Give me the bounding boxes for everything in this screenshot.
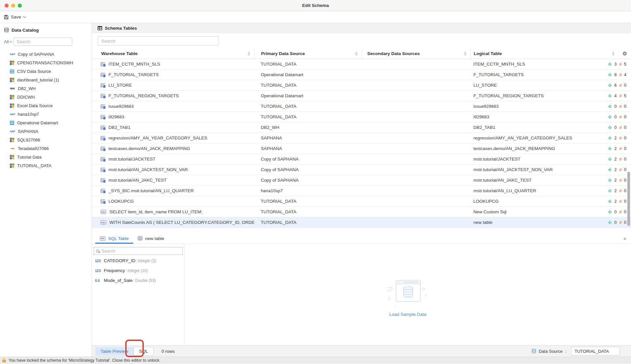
datasource-list-item[interactable]: TUTORIAL_DATA <box>0 161 92 170</box>
warehouse-table-name: WITH SaleCounts AS ( SELECT LU_CATEGORY.… <box>109 220 254 225</box>
logical-table-name: testcases.demo/AN_JACK_REMAPPING <box>473 146 555 151</box>
warehouse-table-name: _SYS_BIC.mstr.tutorial/AN_LU_QUARTER <box>108 188 194 193</box>
datasource-list-item[interactable]: Operational Datamart <box>0 118 92 127</box>
table-row[interactable]: _SYS_BIC.mstr.tutorial/AN_LU_QUARTER han… <box>92 186 631 196</box>
table-row[interactable]: LOOKUPCG TUTORIAL_DATA LOOKUPCG 2 # 0 <box>92 196 631 207</box>
fact-count: 0 <box>623 125 626 130</box>
fact-hash-icon: # <box>619 104 622 109</box>
columns-search-box[interactable] <box>94 247 183 255</box>
close-icon[interactable]: × <box>623 236 626 242</box>
attribute-count: 0 <box>614 209 616 214</box>
load-sample-data-link[interactable]: Load Sample Data <box>386 312 430 317</box>
table-row[interactable]: SQL WITH SaleCounts AS ( SELECT LU_CATEG… <box>92 217 631 228</box>
gear-icon[interactable]: ⚙ <box>618 50 631 57</box>
editor-tab[interactable]: SQL SQL Table <box>95 234 133 244</box>
catalog-filter-dropdown[interactable]: All <box>4 39 12 44</box>
column-list-item[interactable]: 0.0 Mode_of_Sale : Double (53) <box>92 278 184 288</box>
schema-tables-title: Schema Tables <box>105 26 137 31</box>
fact-hash-icon: # <box>619 93 622 98</box>
editor-tab[interactable]: new table <box>133 234 169 244</box>
catalog-search-input[interactable] <box>14 38 72 46</box>
datasource-list-item[interactable]: dashboard_tutorial (1) <box>0 76 92 84</box>
datasource-icon <box>10 69 14 74</box>
table-scrollbar-thumb[interactable] <box>627 172 630 226</box>
footer-tab[interactable]: SQL <box>134 347 154 356</box>
columns-search-input[interactable] <box>102 249 171 254</box>
column-header-primary-data-source[interactable]: Primary Data Source <box>254 48 362 59</box>
datasource-separator: : <box>565 349 566 354</box>
attribute-diamond-icon <box>608 83 612 87</box>
sort-icon <box>355 52 358 56</box>
datasource-icon <box>10 146 15 151</box>
table-row[interactable]: F_TUTORIAL_TARGETS Operational Datamart … <box>92 70 631 80</box>
datasource-icon: SAP <box>10 112 15 117</box>
logical-table-name: F_TUTORIAL_REGION_TARGETS <box>473 93 544 98</box>
logical-table-cell: i929683 0 # 0 <box>470 114 631 119</box>
datasource-list-item[interactable]: Tutorial Data <box>0 153 92 161</box>
datasource-value-dropdown[interactable]: TUTORIAL_DATA <box>571 347 620 355</box>
minimize-window-button[interactable] <box>11 4 15 8</box>
fact-hash-icon: # <box>619 199 622 204</box>
table-row[interactable]: LU_STORE TUTORIAL_DATA LU_STORE 6 # 0 <box>92 80 631 91</box>
fact-hash-icon: # <box>619 62 622 67</box>
save-button[interactable]: Save <box>11 15 21 19</box>
logical-table-name: F_TUTORIAL_TARGETS <box>473 72 524 77</box>
warehouse-table-cell: DB2_TAB1 <box>92 125 254 130</box>
table-row[interactable]: mstr.tutorial/AN_JAKC_TEST Copy of SAPHA… <box>92 175 631 186</box>
warehouse-table-name: F_TUTORIAL_REGION_TARGETS <box>108 93 179 98</box>
warehouse-table-name: testcases.demo/AN_JACK_REMAPPING <box>108 146 190 151</box>
attribute-diamond-icon <box>608 210 612 214</box>
attribute-diamond-icon <box>608 136 612 140</box>
data-catalog-panel: Data Catalog All SAP Copy of SAPHANA CPE… <box>0 23 92 357</box>
save-dropdown-chevron-icon[interactable] <box>23 15 26 18</box>
datasource-list-item[interactable]: CPENGTRANSACTIONSWH <box>0 58 92 67</box>
datasource-list-item[interactable]: SQL927066 <box>0 136 92 144</box>
table-row[interactable]: testcases.demo/AN_JACK_REMAPPING SAPHANA… <box>92 143 631 154</box>
table-row[interactable]: ITEM_CCTR_MNTH_SLS TUTORIAL_DATA ITEM_CC… <box>92 59 631 70</box>
table-row[interactable]: issue929683 TUTORIAL_DATA issue929683 0 … <box>92 101 631 112</box>
attribute-diamond-icon <box>608 73 612 76</box>
editor-tab-icon <box>138 236 142 240</box>
datasource-list-item[interactable]: SAP hana10sp7 <box>0 110 92 118</box>
attribute-count: 2 <box>614 167 616 172</box>
warehouse-table-icon <box>101 178 105 182</box>
close-window-button[interactable] <box>5 4 9 8</box>
table-icon <box>98 26 102 30</box>
datasource-list-item[interactable]: IBM DB2_WH <box>0 84 92 93</box>
table-row[interactable]: SQL SELECT item_id, item_name FROM LU_IT… <box>92 207 631 217</box>
table-row[interactable]: mstr.tutorial/JACKTEST Copy of SAPHANA m… <box>92 154 631 165</box>
datasource-list-item[interactable]: SAP Copy of SAPHANA <box>0 50 92 58</box>
datasource-list-item[interactable]: SAP SAPHANA <box>0 127 92 136</box>
logical-table-name: ITEM_CCTR_MNTH_SLS <box>473 62 525 67</box>
footer-tab-label: Table Preview <box>101 349 128 354</box>
datasource-label: DDICWH <box>17 95 35 100</box>
datasource-list-item[interactable]: Excel Data Source <box>0 101 92 110</box>
column-header-warehouse-table[interactable]: Warehouse Table <box>92 48 254 59</box>
column-header-label: Secondary Data Sources <box>367 51 420 56</box>
fact-hash-icon: # <box>619 125 622 130</box>
datasource-icon: SAP <box>10 52 15 57</box>
table-row[interactable]: regression/AMY_AN_YEAR_CATEGORY_SALES SA… <box>92 133 631 143</box>
column-list-item[interactable]: 123 Frequency : Integer (10) <box>92 268 184 278</box>
table-row[interactable]: mstr.tutorial/AN_JACKTEST_NON_VAR Copy o… <box>92 165 631 175</box>
schema-tables-body: ITEM_CCTR_MNTH_SLS TUTORIAL_DATA ITEM_CC… <box>92 59 631 228</box>
zoom-window-button[interactable] <box>18 4 22 8</box>
row-badges: 4 # 5 <box>609 93 626 98</box>
table-row[interactable]: F_TUTORIAL_REGION_TARGETS Operational Da… <box>92 91 631 101</box>
attribute-diamond-icon <box>608 147 612 150</box>
warehouse-table-cell: ITEM_CCTR_MNTH_SLS <box>92 62 254 67</box>
datasource-list-item[interactable]: DDICWH <box>0 93 92 101</box>
table-row[interactable]: DB2_TAB1 DB2_WH DB2_TAB1 0 # 0 <box>92 122 631 133</box>
table-row[interactable]: i929683 TUTORIAL_DATA i929683 0 # 0 <box>92 112 631 122</box>
column-header-secondary-data-sources[interactable]: Secondary Data Sources <box>362 48 470 59</box>
footer-tab[interactable]: Table Preview <box>95 347 134 356</box>
datasource-list-item[interactable]: Teradata927066 <box>0 144 92 153</box>
column-list-item[interactable]: 123 CATEGORY_ID : Integer (2) <box>92 258 184 268</box>
column-header-label: Warehouse Table <box>101 51 137 56</box>
table-search-input[interactable] <box>98 36 219 46</box>
database-stack-icon <box>4 28 9 33</box>
datasource-list-item[interactable]: CSV Data Source <box>0 67 92 76</box>
column-header-logical-table[interactable]: Logical Table <box>470 48 618 59</box>
datasource-icon <box>10 95 14 99</box>
fact-hash-icon: # <box>619 157 622 162</box>
